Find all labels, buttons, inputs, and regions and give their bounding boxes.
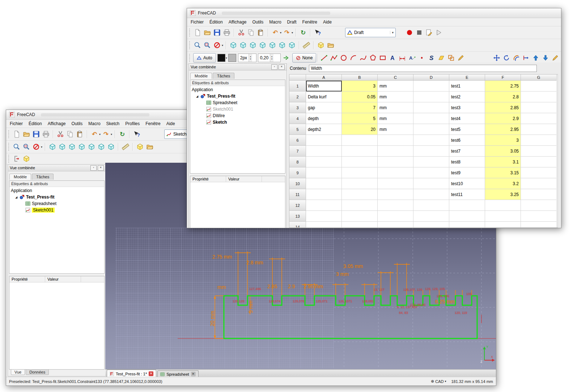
view-bottom-icon[interactable] xyxy=(97,142,106,151)
cell-C8[interactable] xyxy=(378,157,413,167)
cell-G7[interactable] xyxy=(521,146,557,157)
zoom-box-icon[interactable] xyxy=(22,142,31,151)
property-list[interactable] xyxy=(9,282,104,369)
file-new-icon[interactable] xyxy=(193,28,202,37)
cell-B13[interactable] xyxy=(342,211,378,222)
draw-style-icon[interactable] xyxy=(32,142,41,151)
draft-toolbox-icon[interactable] xyxy=(145,142,154,151)
cell-C11[interactable] xyxy=(378,189,413,200)
tree-expander-icon[interactable]: ◢ xyxy=(195,95,199,98)
file-print-icon[interactable] xyxy=(42,130,50,139)
cell-F13[interactable] xyxy=(485,211,521,222)
draft-plane-icon[interactable] xyxy=(317,41,325,50)
cell-D1[interactable] xyxy=(413,81,449,91)
edit-copy-icon[interactable] xyxy=(247,28,255,37)
face-color-swatch[interactable] xyxy=(228,54,236,62)
menu-outils[interactable]: Outils xyxy=(69,120,86,127)
column-header-E[interactable]: E xyxy=(449,74,485,81)
apply-style-icon[interactable] xyxy=(282,54,290,62)
dock-float-button[interactable]: ▫ xyxy=(90,165,97,171)
mdi-tab-3d-view[interactable]: Test_Press-fit : 1* ✕ xyxy=(107,370,156,378)
cell-G6[interactable] xyxy=(521,135,557,146)
draw-style-dropdown-icon[interactable]: ▾ xyxy=(41,145,42,149)
cell-G11[interactable] xyxy=(521,189,557,200)
cell-G2[interactable] xyxy=(521,91,557,102)
column-header-G[interactable]: G xyxy=(521,74,557,81)
cell-F2[interactable]: 2.8 xyxy=(485,91,521,102)
cell-A13[interactable] xyxy=(306,211,342,222)
cell-G4[interactable] xyxy=(521,113,557,124)
cell-A9[interactable] xyxy=(306,167,342,178)
dock-float-button[interactable]: ▫ xyxy=(271,64,277,70)
cell-B6[interactable] xyxy=(342,135,378,146)
view-right-icon[interactable] xyxy=(77,142,86,151)
tree-item-application[interactable]: Application xyxy=(190,86,285,93)
cell-B3[interactable]: 7 xyxy=(342,102,378,113)
cell-B14[interactable] xyxy=(342,222,378,228)
cell-E9[interactable]: test9 xyxy=(449,167,485,178)
cell-E13[interactable] xyxy=(449,211,485,222)
refresh-icon[interactable]: ↻ xyxy=(299,28,307,37)
macro-stop-icon[interactable] xyxy=(415,28,424,37)
menu-sketch[interactable]: Sketch xyxy=(103,120,123,127)
draft-rotate-icon[interactable] xyxy=(502,54,511,62)
menu-aide[interactable]: Aide xyxy=(320,18,335,26)
draw-style-dropdown-icon[interactable]: ▾ xyxy=(222,44,223,47)
cell-A11[interactable] xyxy=(306,189,342,200)
view-axonometric-icon[interactable] xyxy=(48,142,57,151)
cell-E2[interactable]: test2 xyxy=(449,91,485,102)
sketch-leave-icon[interactable] xyxy=(12,154,21,163)
edit-paste-icon[interactable] xyxy=(256,28,265,37)
undo-dropdown-icon[interactable]: ▾ xyxy=(280,31,281,34)
redo-dropdown-icon[interactable]: ▾ xyxy=(111,133,112,136)
edit-copy-icon[interactable] xyxy=(66,130,75,139)
toolbar-grip[interactable] xyxy=(189,29,191,37)
toolbar-grip[interactable] xyxy=(189,41,191,49)
cell-G10[interactable] xyxy=(521,178,557,189)
draft-offset-icon[interactable] xyxy=(512,54,521,62)
edit-cut-icon[interactable] xyxy=(237,28,246,37)
cell-E5[interactable]: test5 xyxy=(449,124,485,135)
cell-F8[interactable]: 3.1 xyxy=(485,157,521,167)
draft-line-icon[interactable] xyxy=(320,54,328,62)
cell-F9[interactable]: 3.15 xyxy=(485,167,521,178)
cell-B12[interactable] xyxy=(342,200,378,211)
cell-C13[interactable] xyxy=(378,211,413,222)
cell-F5[interactable]: 2.95 xyxy=(485,124,521,135)
draft-circle-icon[interactable] xyxy=(339,54,348,62)
cell-B10[interactable] xyxy=(342,178,378,189)
undo-dropdown-icon[interactable]: ▾ xyxy=(99,133,101,136)
tree-item-sketch001[interactable]: Sketch001 xyxy=(190,106,285,112)
view-top-icon[interactable] xyxy=(249,41,257,50)
draft-polyline-icon[interactable] xyxy=(330,54,338,62)
menu-macro[interactable]: Macro xyxy=(266,18,284,26)
draft-text-icon[interactable]: A xyxy=(388,54,397,62)
line-color-swatch[interactable] xyxy=(217,54,225,62)
zoom-fit-icon[interactable] xyxy=(193,41,202,50)
cell-D5[interactable] xyxy=(413,124,449,135)
undo-icon[interactable]: ↶ xyxy=(271,28,280,37)
view-axonometric-icon[interactable] xyxy=(229,41,238,50)
cell-G12[interactable] xyxy=(521,200,557,211)
text-scale-stepper[interactable]: 0,20 ▴▾ xyxy=(258,54,281,62)
titlebar[interactable]: FreeCAD xyxy=(187,8,561,18)
redo-icon[interactable]: ↷ xyxy=(283,28,291,37)
zoom-fit-icon[interactable] xyxy=(12,142,21,151)
draft-edit-icon[interactable] xyxy=(457,54,465,62)
cell-B9[interactable] xyxy=(342,167,378,178)
spreadsheet-grid[interactable]: ABCDEFG1Width3mmtest12.752Delta kurf0.05… xyxy=(289,74,558,228)
cell-D3[interactable] xyxy=(413,102,449,113)
tree-item-sketch[interactable]: Sketch xyxy=(190,119,285,125)
view-right-icon[interactable] xyxy=(258,41,267,50)
menu-aide[interactable]: Aide xyxy=(164,120,178,127)
column-header-F[interactable]: F xyxy=(485,74,521,81)
cell-F10[interactable]: 3.2 xyxy=(485,178,521,189)
cell-C1[interactable]: mm xyxy=(378,81,413,91)
tree-item-dwire[interactable]: DWire xyxy=(190,112,285,119)
cell-D2[interactable] xyxy=(413,91,449,102)
cell-B4[interactable]: 5 xyxy=(342,113,378,124)
row-header-4[interactable]: 4 xyxy=(289,113,306,124)
cell-C7[interactable] xyxy=(378,146,413,157)
tab-close-icon[interactable]: ✕ xyxy=(149,371,153,376)
cell-E4[interactable]: test4 xyxy=(449,113,485,124)
